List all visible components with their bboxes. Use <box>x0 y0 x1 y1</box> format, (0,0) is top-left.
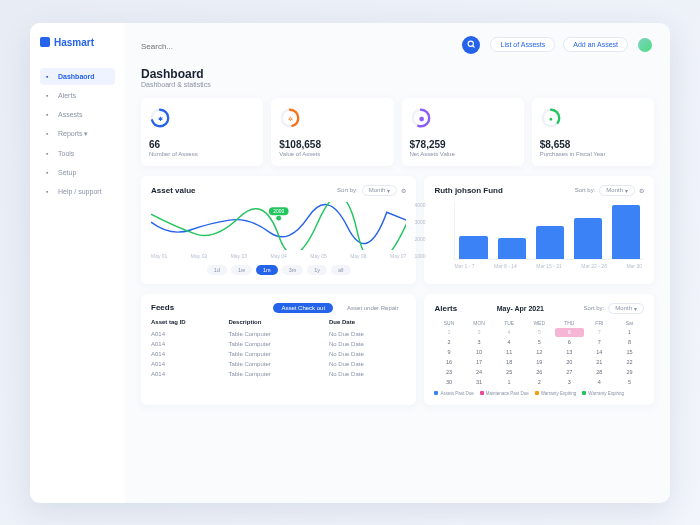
calendar-day[interactable]: 7 <box>585 328 614 337</box>
table-row[interactable]: A014Table ComputerNo Due Date <box>151 339 406 349</box>
range-1y[interactable]: 1y <box>307 265 327 275</box>
tab-assetcheckout[interactable]: Asset Check out <box>273 303 333 313</box>
calendar-day[interactable]: 15 <box>615 348 644 357</box>
calendar-day[interactable]: 2 <box>434 338 463 347</box>
stat-ring-icon: ● <box>540 107 562 129</box>
asset-value-sort: Sort by: Month ▾ ⚙ <box>337 185 406 196</box>
bar <box>498 238 526 258</box>
legend-item: Assets Past Due <box>434 391 473 396</box>
calendar-day[interactable]: 14 <box>585 348 614 357</box>
svg-line-1 <box>473 46 475 48</box>
calendar-day[interactable]: 10 <box>465 348 494 357</box>
calendar-day[interactable]: 27 <box>555 368 584 377</box>
calendar-day[interactable]: 30 <box>434 378 463 387</box>
chevron-down-icon: ▾ <box>634 305 637 312</box>
calendar-day[interactable]: 24 <box>465 368 494 377</box>
calendar-day[interactable]: 9 <box>434 348 463 357</box>
settings-icon[interactable]: ⚙ <box>401 187 406 194</box>
calendar-day[interactable]: 19 <box>525 358 554 367</box>
calendar-day[interactable]: 4 <box>585 378 614 387</box>
add-asset-button[interactable]: Add an Assest <box>563 37 628 52</box>
sidebar-item-label: Alerts <box>58 92 76 99</box>
calendar-day[interactable]: 12 <box>525 348 554 357</box>
sort-dropdown[interactable]: Month ▾ <box>599 185 635 196</box>
sidebar-item-assests[interactable]: ▪Assests <box>40 106 115 123</box>
sidebar-item-dashbaord[interactable]: ▪Dashbaord <box>40 68 115 85</box>
fund-title: Ruth johson Fund <box>434 186 502 195</box>
sidebar-item-reports[interactable]: ▪Reports ▾ <box>40 125 115 143</box>
fund-sort: Sort by: Month ▾ ⚙ <box>575 185 644 196</box>
calendar-day[interactable]: 6 <box>555 338 584 347</box>
svg-point-14 <box>276 215 281 220</box>
calendar-day[interactable]: 23 <box>434 368 463 377</box>
alerts-title: Alerts <box>434 304 457 313</box>
calendar-day[interactable]: 31 <box>465 378 494 387</box>
sort-dropdown[interactable]: Month ▾ <box>608 303 644 314</box>
stat-card: ●$8,658Purchases in Fiscal Year <box>532 98 654 166</box>
calendar-day[interactable]: 5 <box>615 378 644 387</box>
calendar-day[interactable]: 16 <box>434 358 463 367</box>
search-input[interactable] <box>141 38 452 55</box>
range-1d[interactable]: 1d <box>207 265 227 275</box>
calendar-day[interactable]: 22 <box>615 358 644 367</box>
calendar-day[interactable]: 17 <box>465 358 494 367</box>
bar-x-labels: Mar 1 - 7Mar 8 - 14Mar 15 - 21Mar 22 - 2… <box>434 263 644 269</box>
sort-dropdown[interactable]: Month ▾ <box>362 185 398 196</box>
settings-icon[interactable]: ⚙ <box>639 187 644 194</box>
list-assets-button[interactable]: List of Assests <box>490 37 555 52</box>
calendar-day[interactable]: 4 <box>495 338 524 347</box>
sidebar-item-alerts[interactable]: ▪Alerts <box>40 87 115 104</box>
table-row[interactable]: A014Table ComputerNo Due Date <box>151 329 406 339</box>
calendar-day[interactable]: 28 <box>585 368 614 377</box>
search-button[interactable] <box>462 36 480 54</box>
calendar-day[interactable]: 29 <box>615 368 644 377</box>
calendar-day[interactable]: 1 <box>615 328 644 337</box>
sidebar-item-helpsupport[interactable]: ▪Help / support <box>40 183 115 200</box>
svg-point-0 <box>468 41 473 46</box>
feeds-card: Feeds Asset Check outAsset under Repair … <box>141 294 416 405</box>
calendar-day[interactable]: 5 <box>525 338 554 347</box>
calendar-day[interactable]: 26 <box>525 368 554 377</box>
calendar-day[interactable]: 21 <box>585 358 614 367</box>
calendar-day[interactable]: 7 <box>585 338 614 347</box>
range-1w[interactable]: 1w <box>231 265 252 275</box>
calendar-day[interactable]: 25 <box>495 368 524 377</box>
logo[interactable]: Hasmart <box>40 37 115 48</box>
line-x-labels: May 01May 02May 03May 04May 05May 06May … <box>151 253 406 259</box>
calendar-day[interactable]: 5 <box>525 328 554 337</box>
legend-item: Warranty Expiring <box>582 391 624 396</box>
calendar-day[interactable]: 20 <box>555 358 584 367</box>
calendar-day[interactable]: 18 <box>495 358 524 367</box>
stat-label: Value of Assets <box>279 151 385 157</box>
calendar-day[interactable]: 2 <box>525 378 554 387</box>
table-row[interactable]: A014Table ComputerNo Due Date <box>151 359 406 369</box>
calendar-day[interactable]: 8 <box>615 338 644 347</box>
help-icon: ▪ <box>46 188 53 195</box>
range-all[interactable]: all <box>331 265 351 275</box>
calendar-day[interactable]: 6 <box>555 328 584 337</box>
calendar-day[interactable]: 3 <box>465 338 494 347</box>
range-1m[interactable]: 1m <box>256 265 278 275</box>
feeds-tabs: Asset Check outAsset under Repair <box>273 303 406 313</box>
svg-text:✲: ✲ <box>288 114 293 121</box>
bar <box>574 218 602 259</box>
range-3m[interactable]: 3m <box>282 265 304 275</box>
avatar[interactable] <box>636 36 654 54</box>
calendar-day[interactable]: 3 <box>555 378 584 387</box>
stat-label: Number of Assess <box>149 151 255 157</box>
calendar-day[interactable]: 11 <box>495 348 524 357</box>
calendar-day[interactable]: 13 <box>555 348 584 357</box>
calendar-day[interactable]: 2 <box>434 328 463 337</box>
sidebar-item-tools[interactable]: ▪Tools <box>40 145 115 162</box>
brand-name: Hasmart <box>54 37 94 48</box>
calendar-day[interactable]: 4 <box>495 328 524 337</box>
tab-assetunderrepair[interactable]: Asset under Repair <box>339 303 406 313</box>
stat-cards: ✱66Number of Assess✲$108,658Value of Ass… <box>141 98 654 166</box>
calendar-day[interactable]: 3 <box>465 328 494 337</box>
calendar-day[interactable]: 1 <box>495 378 524 387</box>
sidebar-item-setup[interactable]: ▪Setup <box>40 164 115 181</box>
stat-value: $8,658 <box>540 139 646 150</box>
table-row[interactable]: A014Table ComputerNo Due Date <box>151 349 406 359</box>
table-row[interactable]: A014Table ComputerNo Due Date <box>151 369 406 379</box>
feeds-table-head: Asset tag IDDescriptionDue Date <box>151 319 406 325</box>
